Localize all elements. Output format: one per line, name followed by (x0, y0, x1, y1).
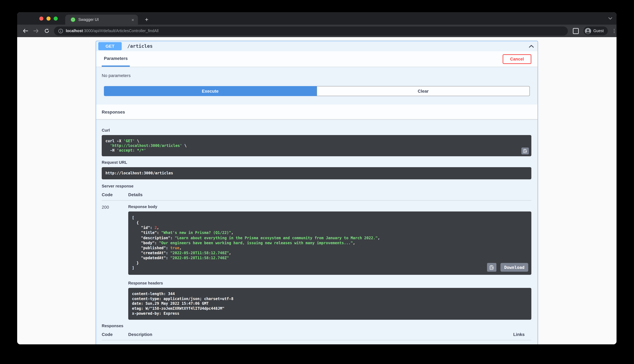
code-line: "body": "Our engineers have been working… (132, 240, 528, 245)
tab-parameters[interactable]: Parameters (102, 51, 130, 67)
code-line: "updatedAt": "2022-05-28T11:58:12.740Z" (132, 256, 528, 260)
opblock-get-articles: GET /articles Parameters Cancel No param… (96, 41, 538, 344)
site-info-icon[interactable] (58, 28, 63, 33)
parameters-header-row: Parameters Cancel (96, 51, 538, 67)
execute-button[interactable]: Execute (104, 86, 316, 96)
code-line: content-length: 344 (132, 292, 528, 296)
endpoint-path: /articles (127, 43, 529, 49)
code-line: "published": true, (132, 246, 528, 250)
forward-icon[interactable] (31, 29, 42, 33)
reload-icon[interactable] (42, 28, 52, 33)
download-button[interactable]: Download (500, 263, 528, 272)
tab-strip: Swagger UI × + (17, 12, 616, 25)
zoom-window-button[interactable] (54, 16, 58, 20)
cancel-button[interactable]: Cancel (502, 54, 531, 64)
code-line: { (132, 220, 528, 225)
url-bar[interactable]: localhost:3000/api/#/default/ArticlesCon… (54, 26, 568, 36)
no-parameters-text: No parameters (96, 67, 538, 84)
response-headers-label: Response headers (128, 281, 531, 286)
response-body-label: Response body (128, 204, 531, 209)
side-panel-icon[interactable] (573, 28, 578, 34)
code-line: ] (132, 266, 528, 270)
responses-content: Curl curl -X 'GET' \ 'http://localhost:3… (96, 128, 538, 344)
request-url-value: http://localhost:3000/articles (106, 171, 528, 176)
code-line: [ (132, 215, 528, 220)
code-line: "description": "Learn about everything i… (132, 235, 528, 240)
curl-label: Curl (102, 128, 531, 132)
tab-search-chevron-icon[interactable] (608, 17, 612, 20)
code-line: etag: W/"158-zoJemIXRWtXYf4lITU4dpc448JM… (132, 306, 528, 311)
browser-tab[interactable]: Swagger UI × (65, 15, 138, 25)
swagger-page: GET /articles Parameters Cancel No param… (17, 37, 616, 344)
server-response-table-header: Code Details (102, 192, 531, 200)
code-column-header-2: Code (102, 332, 128, 337)
screenshot-stage: Swagger UI × + localhost:30 (0, 0, 634, 364)
code-line: content-type: application/json; charset=… (132, 297, 528, 302)
responses-header-label: Responses (102, 109, 125, 114)
close-window-button[interactable] (39, 16, 43, 20)
url-host: localhost (66, 29, 83, 33)
details-cell: Response body [ { "id": 2, "title": "Wha… (128, 204, 531, 320)
server-response-label: Server response (102, 184, 531, 188)
back-icon[interactable] (20, 29, 31, 33)
server-response-row: 200 Response body [ { "id": 2, "title": … (102, 204, 531, 320)
code-line: } (132, 260, 528, 266)
code-column-header: Code (102, 192, 128, 197)
method-badge: GET (98, 42, 122, 50)
url-text: localhost:3000/api/#/default/ArticlesCon… (66, 29, 159, 33)
url-path: :3000/api/#/default/ArticlesController_f… (83, 29, 158, 33)
response-body-actions: Download (487, 263, 528, 272)
details-column-header: Details (128, 192, 531, 197)
code-line: "createdAt": "2022-05-28T11:58:12.740Z", (132, 250, 528, 256)
tab-title: Swagger UI (78, 18, 131, 22)
code-line: 'http://localhost:3000/articles' \ (106, 144, 528, 148)
curl-block: curl -X 'GET' \ 'http://localhost:3000/a… (102, 135, 531, 156)
response-body-block: [ { "id": 2, "title": "What's new in Pri… (128, 212, 531, 275)
new-tab-button[interactable]: + (142, 15, 151, 25)
request-url-label: Request URL (102, 160, 531, 165)
copy-curl-button[interactable] (521, 148, 529, 154)
request-url-block: http://localhost:3000/articles (102, 167, 531, 180)
browser-menu-icon[interactable]: ⋮ (612, 28, 616, 34)
minimize-window-button[interactable] (46, 16, 50, 20)
copy-response-button[interactable] (487, 263, 496, 272)
description-column-header: Description (128, 332, 513, 337)
close-tab-icon[interactable]: × (131, 17, 135, 22)
swagger-favicon-icon (70, 17, 76, 22)
code-line: date: Sun,29 May 2022 15:47:06 GMT (132, 302, 528, 306)
response-headers-block: content-length: 344content-type: applica… (128, 288, 531, 320)
code-line: curl -X 'GET' \ (106, 139, 528, 144)
clear-button[interactable]: Clear (316, 86, 530, 96)
status-code: 200 (102, 204, 128, 320)
links-column-header: Links (513, 332, 531, 337)
opblock-header[interactable]: GET /articles (96, 41, 538, 51)
code-line: -H 'accept: */*' (106, 148, 528, 153)
code-line: "id": 2, (132, 225, 528, 230)
profile-label: Guest (593, 29, 604, 33)
avatar-icon (584, 28, 591, 34)
code-line: x-powered-by: Express (132, 311, 528, 316)
profile-chip[interactable]: Guest (583, 26, 608, 35)
code-line: "title": "What's new in Prisma? (Q1/22)"… (132, 230, 528, 235)
documented-responses-table-header: Code Description Links (102, 332, 531, 340)
documented-responses-label: Responses (102, 324, 531, 328)
browser-toolbar: localhost:3000/api/#/default/ArticlesCon… (17, 25, 616, 37)
execute-row: Execute Clear (96, 84, 538, 104)
collapse-chevron-icon[interactable] (529, 45, 534, 48)
responses-section-header: Responses (96, 104, 538, 120)
browser-window: Swagger UI × + localhost:30 (17, 12, 616, 344)
window-controls (39, 12, 58, 25)
